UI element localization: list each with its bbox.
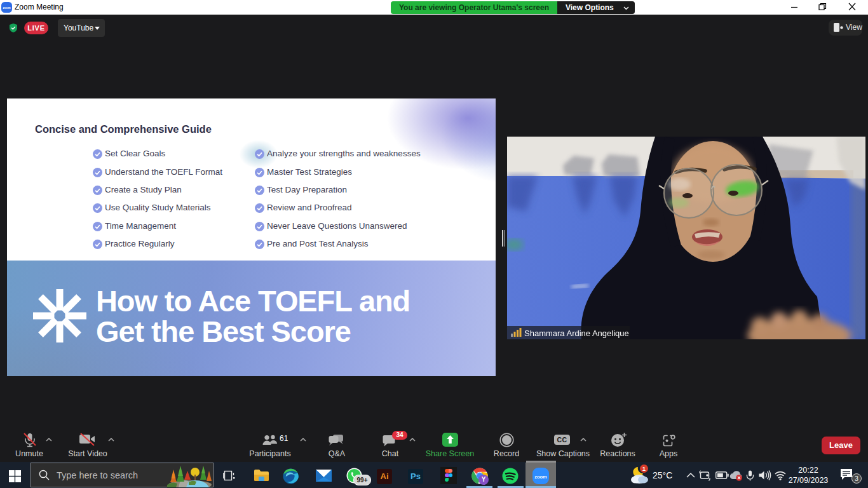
svg-text:zoom: zoom — [3, 6, 11, 10]
svg-text:zoom: zoom — [534, 474, 547, 480]
svg-text:Shammara Ardine Angelique: Shammara Ardine Angelique — [524, 329, 629, 338]
